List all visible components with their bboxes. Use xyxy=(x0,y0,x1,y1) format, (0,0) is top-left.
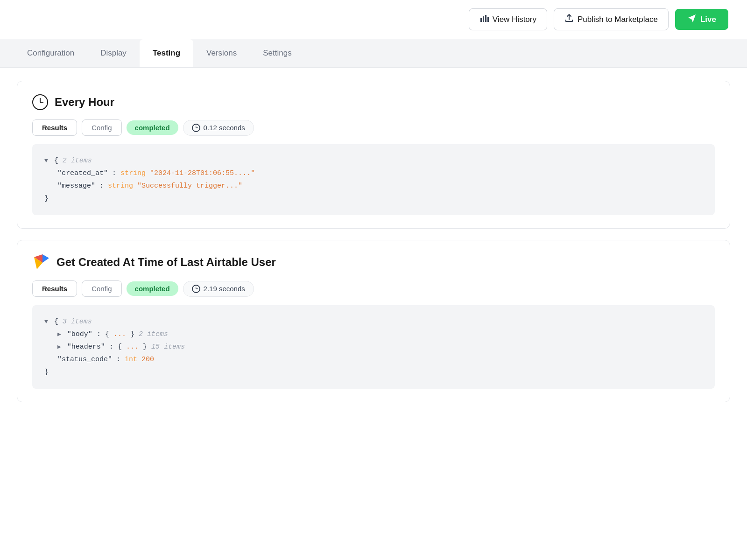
svg-rect-3 xyxy=(487,17,489,22)
json-type-created-at: string xyxy=(120,169,146,177)
tab-versions[interactable]: Versions xyxy=(193,39,250,67)
time-badge-every-hour: 0.12 seconds xyxy=(183,120,254,136)
main-content: Every Hour Results Config completed 0.12… xyxy=(0,68,747,415)
airtable-icon xyxy=(32,253,50,271)
tab-settings[interactable]: Settings xyxy=(250,39,304,67)
send-icon xyxy=(687,14,697,25)
json-meta-2: 3 items xyxy=(63,318,92,326)
tab-configuration[interactable]: Configuration xyxy=(14,39,87,67)
card-title-every-hour: Every Hour xyxy=(32,94,715,110)
json-value-created-at: "2024-11-28T01:06:55...." xyxy=(150,169,255,177)
upload-icon xyxy=(564,14,574,25)
view-history-label: View History xyxy=(493,15,536,24)
json-type-message: string xyxy=(108,182,133,190)
live-button[interactable]: Live xyxy=(675,9,728,30)
json-line-created-at: "created_at" : string "2024-11-28T01:06:… xyxy=(44,167,703,180)
card-title-get-created-at: Get Created At Time of Last Airtable Use… xyxy=(32,253,715,271)
bar-chart-icon xyxy=(479,14,489,25)
collapse-arrow-1[interactable]: ▼ xyxy=(44,157,48,164)
json-meta-body: 2 items xyxy=(139,330,168,338)
completed-badge-get-created-at: completed xyxy=(127,281,178,296)
card-every-hour: Every Hour Results Config completed 0.12… xyxy=(17,81,730,229)
json-meta-1: 2 items xyxy=(63,157,92,165)
json-root-get-created-at: ▼ { 3 items xyxy=(44,315,703,328)
json-closing-brace-2: } xyxy=(44,366,703,378)
header: View History Publish to Marketplace Live xyxy=(0,0,747,39)
time-label-every-hour: 0.12 seconds xyxy=(204,124,245,132)
collapse-arrow-body[interactable]: ▶ xyxy=(57,331,61,338)
svg-rect-2 xyxy=(485,15,486,22)
collapse-arrow-2[interactable]: ▼ xyxy=(44,318,48,325)
json-closing-brace-1: } xyxy=(44,192,703,205)
results-tab-every-hour[interactable]: Results xyxy=(32,119,77,136)
card-get-created-at: Get Created At Time of Last Airtable Use… xyxy=(17,240,730,402)
every-hour-title: Every Hour xyxy=(55,96,114,109)
time-clock-icon-1 xyxy=(192,124,200,132)
clock-icon xyxy=(32,94,48,110)
publish-label: Publish to Marketplace xyxy=(578,15,658,24)
json-key-created-at: "created_at" xyxy=(57,169,108,177)
view-history-button[interactable]: View History xyxy=(469,8,547,30)
time-badge-get-created-at: 2.19 seconds xyxy=(183,281,254,297)
json-line-status-code: "status_code" : int 200 xyxy=(44,353,703,366)
json-block-get-created-at: ▼ { 3 items ▶ "body" : { ... } 2 items ▶… xyxy=(32,305,715,389)
json-key-headers: "headers" xyxy=(67,343,105,351)
json-line-message: "message" : string "Successfully trigger… xyxy=(44,180,703,192)
result-tabs-every-hour: Results Config completed 0.12 seconds xyxy=(32,119,715,136)
config-tab-get-created-at[interactable]: Config xyxy=(82,280,121,297)
tab-display[interactable]: Display xyxy=(87,39,140,67)
json-line-body: ▶ "body" : { ... } 2 items xyxy=(44,328,703,341)
results-tab-get-created-at[interactable]: Results xyxy=(32,280,77,297)
result-tabs-get-created-at: Results Config completed 2.19 seconds xyxy=(32,280,715,297)
json-type-status-code: int xyxy=(125,356,137,364)
completed-badge-every-hour: completed xyxy=(127,120,178,135)
time-label-get-created-at: 2.19 seconds xyxy=(204,285,245,293)
json-block-every-hour: ▼ { 2 items "created_at" : string "2024-… xyxy=(32,144,715,215)
svg-marker-5 xyxy=(42,254,49,263)
json-key-message: "message" xyxy=(57,182,95,190)
json-root-every-hour: ▼ { 2 items xyxy=(44,154,703,167)
json-key-status-code: "status_code" xyxy=(57,356,112,364)
time-clock-icon-2 xyxy=(192,285,200,293)
json-value-status-code: 200 xyxy=(141,356,154,364)
json-meta-headers: 15 items xyxy=(151,343,185,351)
svg-rect-1 xyxy=(483,16,484,22)
svg-rect-0 xyxy=(480,18,482,22)
collapse-arrow-headers[interactable]: ▶ xyxy=(57,343,61,350)
json-value-message: "Successfully trigger..." xyxy=(137,182,242,190)
json-key-body: "body" xyxy=(67,330,92,338)
json-line-headers: ▶ "headers" : { ... } 15 items xyxy=(44,341,703,353)
live-label: Live xyxy=(700,15,716,24)
config-tab-every-hour[interactable]: Config xyxy=(82,119,121,136)
tabs-bar: Configuration Display Testing Versions S… xyxy=(0,39,747,68)
publish-button[interactable]: Publish to Marketplace xyxy=(554,8,669,30)
tab-testing[interactable]: Testing xyxy=(140,39,193,67)
get-created-at-title: Get Created At Time of Last Airtable Use… xyxy=(56,256,276,269)
